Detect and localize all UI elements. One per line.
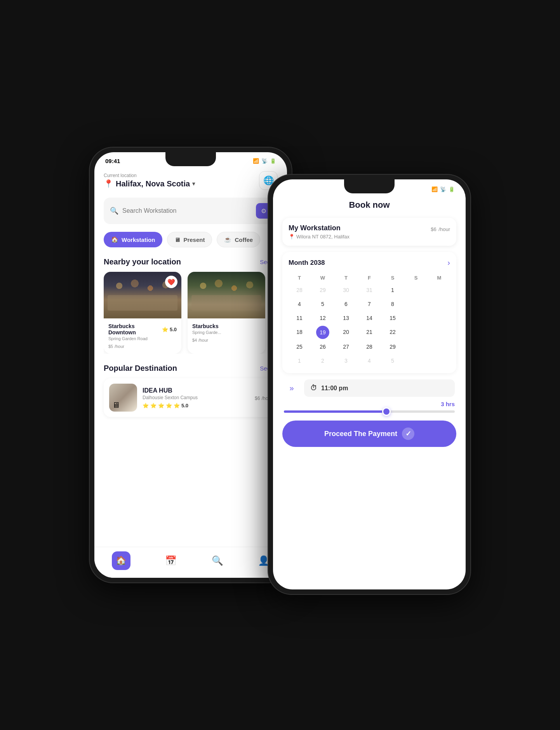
present-icon: 🖥 [174, 236, 180, 243]
tab-present[interactable]: 🖥 Present [167, 232, 212, 247]
cal-day-empty-1b [428, 284, 450, 296]
tab-workstation[interactable]: 🏠 Workstation [104, 232, 162, 247]
phone-1-content: Current location 📍 Halifax, Nova Scotia … [94, 171, 287, 417]
dest-card-address: Dalhousie Sexton Campus [143, 395, 249, 400]
time-row: » ⏱ 11:00 pm [282, 379, 456, 397]
wifi-icon-2: 📡 [440, 186, 446, 192]
bottom-nav: 🏠 📅 🔍 👤 [94, 547, 287, 578]
cal-day-empty-6b [428, 355, 450, 367]
cal-day-empty-3b [428, 312, 450, 324]
duration-row: 3 hrs [282, 401, 456, 407]
calendar-month: Month 2038 [289, 259, 325, 267]
card-2-bg [188, 272, 265, 318]
cal-day-29[interactable]: 29 [382, 341, 403, 353]
notch-1 [165, 152, 216, 166]
battery-icon: 🔋 [270, 158, 276, 164]
card-1-address: Spring Garden Road [108, 336, 177, 341]
location-info: Current location 📍 Halifax, Nova Scotia … [104, 173, 195, 188]
calendar-next-button[interactable]: › [447, 258, 450, 267]
cal-day-22[interactable]: 22 [382, 326, 403, 339]
duration-label: 3 hrs [441, 401, 455, 407]
location-name[interactable]: 📍 Halifax, Nova Scotia ▾ [104, 179, 195, 188]
cal-day-1[interactable]: 1 [382, 284, 403, 296]
calendar-grid: T W T F S S M 28 29 30 31 1 [289, 273, 450, 367]
coffee-icon: ☕ [224, 236, 231, 243]
cal-day-5-next[interactable]: 5 [382, 355, 403, 367]
cal-day-empty-4a [405, 326, 427, 339]
cal-day-1-next[interactable]: 1 [289, 355, 310, 367]
nearby-cards-row: ❤️ Starbucks Downtown ⭐ 5.0 Spring Garde… [104, 272, 278, 354]
cal-day-5[interactable]: 5 [312, 298, 334, 310]
nav-calendar[interactable]: 📅 [165, 555, 177, 566]
profile-icon: 👤 [258, 555, 270, 566]
cal-day-19-selected[interactable]: 19 [316, 326, 329, 339]
cal-day-27[interactable]: 27 [335, 341, 357, 353]
cal-day-7[interactable]: 7 [358, 298, 380, 310]
card-2-body: Starbucks Spring Garde... $4 /hour [188, 318, 265, 348]
search-input[interactable] [122, 207, 252, 214]
card-1-rating: 5.0 [170, 327, 177, 332]
wifi-icon: 📡 [261, 158, 268, 164]
calendar-icon: 📅 [165, 555, 177, 566]
time-prev-button[interactable]: » [284, 381, 299, 396]
workstation-info-card: My Workstation 📍 Wilora NT 0872, Halifax… [282, 218, 456, 246]
cal-day-8[interactable]: 8 [382, 298, 403, 310]
workstation-details: My Workstation 📍 Wilora NT 0872, Halifax [289, 224, 350, 240]
phone-1: 09:41 📶 📡 🔋 Current location 📍 Halifax, … [90, 148, 292, 582]
calendar-header: Month 2038 › [289, 258, 450, 267]
cal-day-12[interactable]: 12 [312, 312, 334, 324]
workstation-name: My Workstation [289, 224, 350, 232]
phone-1-screen: 09:41 📶 📡 🔋 Current location 📍 Halifax, … [94, 152, 287, 578]
cal-header-T1: T [289, 273, 310, 282]
card-1-rating-row: Starbucks Downtown ⭐ 5.0 [108, 323, 177, 335]
dest-star-1: ⭐ [143, 403, 149, 408]
proceed-payment-button[interactable]: Proceed The Payment ✓ [282, 421, 456, 447]
cal-day-28[interactable]: 28 [358, 341, 380, 353]
nav-search[interactable]: 🔍 [212, 555, 223, 566]
cal-day-15[interactable]: 15 [382, 312, 403, 324]
card-2-name: Starbucks [192, 323, 261, 329]
nav-profile[interactable]: 👤 [258, 555, 270, 566]
cal-day-14[interactable]: 14 [358, 312, 380, 324]
slider-thumb[interactable] [382, 407, 391, 416]
card-2-address: Spring Garde... [192, 330, 261, 335]
cal-day-31-prev[interactable]: 31 [358, 284, 380, 296]
cal-day-11[interactable]: 11 [289, 312, 310, 324]
cal-day-29-prev[interactable]: 29 [312, 284, 334, 296]
location-pin-icon: 📍 [289, 234, 295, 240]
location-label: Current location [104, 173, 195, 178]
cal-day-4-next[interactable]: 4 [358, 355, 380, 367]
time-display: 09:41 [105, 158, 120, 164]
cal-day-26[interactable]: 26 [312, 341, 334, 353]
workstation-address: 📍 Wilora NT 0872, Halifax [289, 234, 350, 240]
card-1-body: Starbucks Downtown ⭐ 5.0 Spring Garden R… [104, 318, 181, 354]
battery-icon-2: 🔋 [449, 186, 455, 192]
cal-day-13[interactable]: 13 [335, 312, 357, 324]
search-bar[interactable]: 🔍 ⚙ [104, 198, 278, 224]
cal-header-W: W [312, 273, 334, 282]
cal-day-30-prev[interactable]: 30 [335, 284, 357, 296]
clock-icon: ⏱ [310, 384, 317, 392]
cal-day-3-next[interactable]: 3 [335, 355, 357, 367]
cal-header-M: M [428, 273, 450, 282]
cal-day-4[interactable]: 4 [289, 298, 310, 310]
nearby-section-header: Nearby your location See all [104, 257, 278, 266]
phone-2-screen: 📶 📡 🔋 Book now My Workstation 📍 Wilora N… [273, 179, 466, 589]
cal-day-6[interactable]: 6 [335, 298, 357, 310]
heart-button-1[interactable]: ❤️ [165, 276, 177, 288]
search-icon: 🔍 [110, 207, 118, 215]
popular-dest-card: IDEA HUB Dalhousie Sexton Campus ⭐ ⭐ ⭐ ⭐… [104, 378, 278, 417]
cal-day-18[interactable]: 18 [289, 326, 310, 339]
cal-day-21[interactable]: 21 [358, 326, 380, 339]
tab-coffee[interactable]: ☕ Coffee [217, 232, 260, 247]
cal-day-28-prev[interactable]: 28 [289, 284, 310, 296]
cal-day-2-next[interactable]: 2 [312, 355, 334, 367]
cal-day-20[interactable]: 20 [335, 326, 357, 339]
chevron-down-icon: ▾ [192, 181, 195, 187]
cal-header-F: F [358, 273, 380, 282]
nav-home[interactable]: 🏠 [112, 551, 130, 570]
cal-day-25[interactable]: 25 [289, 341, 310, 353]
time-display-box: ⏱ 11:00 pm [304, 379, 455, 397]
phone-2-content: Book now My Workstation 📍 Wilora NT 0872… [273, 200, 466, 447]
dest-star-4: ⭐ [166, 403, 172, 408]
